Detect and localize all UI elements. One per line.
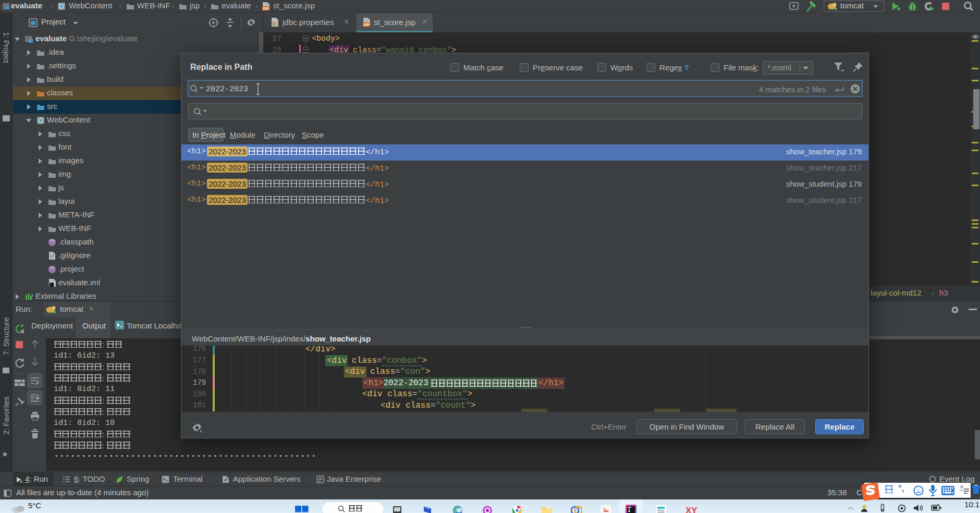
svg-text:JSP: JSP — [363, 23, 370, 27]
svg-text:JSP: JSP — [262, 7, 269, 10]
svg-text:XY: XY — [685, 506, 697, 513]
